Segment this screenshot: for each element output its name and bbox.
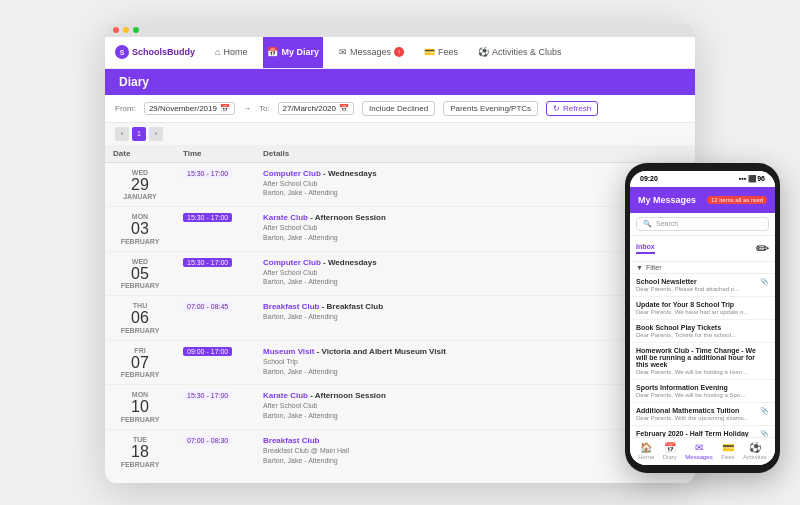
detail-subtitle: School Trip	[263, 357, 687, 367]
phone-search-input[interactable]: 🔍 Search	[636, 217, 769, 231]
phone-message-item[interactable]: Sports Information Evening Dear Parents,…	[630, 380, 775, 403]
phone-message-item[interactable]: 📎 Additional Mathematics Tuition Dear Pa…	[630, 403, 775, 426]
month-name: FEBRUARY	[113, 461, 167, 468]
attachment-icon: 📎	[760, 278, 769, 286]
phone-message-item[interactable]: 📎 February 2020 - Half Term Holiday Club…	[630, 426, 775, 437]
nav-messages[interactable]: ✉ Messages !	[335, 37, 408, 69]
messages-label: Messages	[350, 47, 391, 57]
page-1-button[interactable]: 1	[132, 127, 146, 141]
message-preview: Dear Parents, Tickets for the school...	[636, 332, 769, 338]
day-name: WED	[113, 169, 167, 176]
month-name: FEBRUARY	[113, 416, 167, 423]
time-cell: 15:30 - 17:00	[175, 385, 255, 430]
detail-title: Breakfast Club - Breakfast Club	[263, 302, 687, 311]
club-name: Breakfast Club	[263, 436, 319, 445]
bottom-nav-label: Diary	[663, 454, 677, 460]
calendar-to-icon: 📅	[339, 104, 349, 113]
phone-bottom-activities[interactable]: ⚽ Activities	[743, 442, 767, 460]
message-preview: Dear Parents, With the upcoming exams...	[636, 415, 769, 421]
club-name: Karate Club	[263, 213, 308, 222]
fees-label: Fees	[438, 47, 458, 57]
arrow-icon: →	[243, 104, 251, 113]
date-cell: TUE 18 FEBRUARY	[105, 430, 175, 473]
phone-nav-badge: 12 items all as read	[707, 196, 767, 204]
month-name: FEBRUARY	[113, 282, 167, 289]
next-page-button[interactable]: ›	[149, 127, 163, 141]
phone-mockup: 09:20 ▪▪▪ ⬛96 My Messages 12 items all a…	[625, 163, 780, 473]
table-row: WED 29 JANUARY 15:30 - 17:00 Computer Cl…	[105, 162, 695, 207]
phone-message-item[interactable]: Update for Your 8 School Trip Dear Paren…	[630, 297, 775, 320]
page-title: Diary	[119, 75, 149, 89]
detail-attending: Barton, Jake - Attending	[263, 411, 687, 421]
logo-icon: S	[115, 45, 129, 59]
phone-bottom-fees[interactable]: 💳 Fees	[721, 442, 734, 460]
include-declined-button[interactable]: Include Declined	[362, 101, 435, 116]
detail-title: Museum Visit - Victoria and Albert Museu…	[263, 347, 687, 356]
phone-signal-battery: ▪▪▪ ⬛96	[739, 175, 765, 183]
day-number: 10	[113, 398, 167, 416]
from-label: From:	[115, 104, 136, 113]
bottom-nav-icon: ✉	[695, 442, 703, 453]
calendar-from-icon: 📅	[220, 104, 230, 113]
compose-icon[interactable]: ✏	[756, 239, 769, 258]
col-date-header: Date	[105, 145, 175, 163]
detail-subtitle: After School Club	[263, 268, 687, 278]
activities-label: Activities & Clubs	[492, 47, 562, 57]
time-badge: 07:00 - 08:30	[183, 436, 232, 445]
present-badge: 09:00 - 17:00	[183, 347, 232, 356]
logo: S SchoolsBuddy	[115, 45, 195, 59]
include-declined-label: Include Declined	[369, 104, 428, 113]
time-cell: 15:30 - 17:00	[175, 207, 255, 252]
bottom-nav-icon: 🏠	[640, 442, 652, 453]
nav-home[interactable]: ⌂ Home	[211, 37, 251, 69]
refresh-label: Refresh	[563, 104, 591, 113]
date-cell: WED 29 JANUARY	[105, 162, 175, 207]
phone-message-item[interactable]: Homework Club - Time Change - We will be…	[630, 343, 775, 380]
filter-bar: From: 29/November/2019 📅 → To: 27/March/…	[105, 95, 695, 123]
month-name: FEBRUARY	[113, 238, 167, 245]
desktop-screen: S SchoolsBuddy ⌂ Home 📅 My Diary ✉ Messa…	[105, 37, 695, 483]
detail-attending: Barton, Jake - Attending	[263, 188, 687, 198]
from-date-input[interactable]: 29/November/2019 📅	[144, 102, 235, 115]
attachment-icon: 📎	[760, 430, 769, 437]
phone-message-item[interactable]: 📎 School Newsletter Dear Parents, Please…	[630, 274, 775, 297]
phone-messages-list: 📎 School Newsletter Dear Parents, Please…	[630, 274, 775, 437]
phone-bottom-nav: 🏠 Home 📅 Diary ✉ Messages 💳 Fees ⚽ Activ…	[630, 437, 775, 465]
present-badge: 15:30 - 17:00	[183, 213, 232, 222]
club-name: Karate Club	[263, 391, 308, 400]
club-name: Computer Club	[263, 258, 321, 267]
to-label: To:	[259, 104, 270, 113]
message-preview: Dear Parents, We have had an update o...	[636, 309, 769, 315]
prev-page-button[interactable]: ‹	[115, 127, 129, 141]
page-header: Diary	[105, 69, 695, 95]
nav-fees[interactable]: 💳 Fees	[420, 37, 462, 69]
parents-evening-button[interactable]: Parents Evening/PTCs	[443, 101, 538, 116]
date-cell: MON 10 FEBRUARY	[105, 385, 175, 430]
detail-subtitle: Breakfast Club @ Main Hall	[263, 446, 687, 456]
to-date-input[interactable]: 27/March/2020 📅	[278, 102, 354, 115]
time-cell: 07:00 - 08:45	[175, 296, 255, 341]
detail-attending: Barton, Jake - Attending	[263, 233, 687, 243]
detail-subtitle: After School Club	[263, 223, 687, 233]
day-name: MON	[113, 213, 167, 220]
phone-nav: My Messages 12 items all as read	[630, 187, 775, 213]
detail-title: Karate Club - Afternoon Session	[263, 213, 687, 222]
phone-bottom-diary[interactable]: 📅 Diary	[663, 442, 677, 460]
detail-attending: Barton, Jake - Attending	[263, 367, 687, 377]
nav-diary[interactable]: 📅 My Diary	[263, 37, 323, 69]
table-row: TUE 18 FEBRUARY 07:00 - 08:30 Breakfast …	[105, 430, 695, 473]
table-row: FRI 07 FEBRUARY 09:00 - 17:00 Museum Vis…	[105, 340, 695, 385]
detail-subtitle: After School Club	[263, 401, 687, 411]
nav-activities[interactable]: ⚽ Activities & Clubs	[474, 37, 566, 69]
bottom-nav-label: Home	[638, 454, 654, 460]
desktop-mockup: S SchoolsBuddy ⌂ Home 📅 My Diary ✉ Messa…	[105, 23, 695, 483]
diary-label: My Diary	[281, 47, 319, 57]
message-preview: Dear Parents, Please find attached o...	[636, 286, 769, 292]
refresh-button[interactable]: ↻ Refresh	[546, 101, 598, 116]
phone-bottom-messages[interactable]: ✉ Messages	[685, 442, 712, 460]
prev-icon: ‹	[121, 130, 123, 137]
phone-message-item[interactable]: Book School Play Tickets Dear Parents, T…	[630, 320, 775, 343]
phone-bottom-home[interactable]: 🏠 Home	[638, 442, 654, 460]
tab-inbox[interactable]: Inbox	[636, 243, 655, 254]
filter-icon: ▼	[636, 264, 643, 271]
